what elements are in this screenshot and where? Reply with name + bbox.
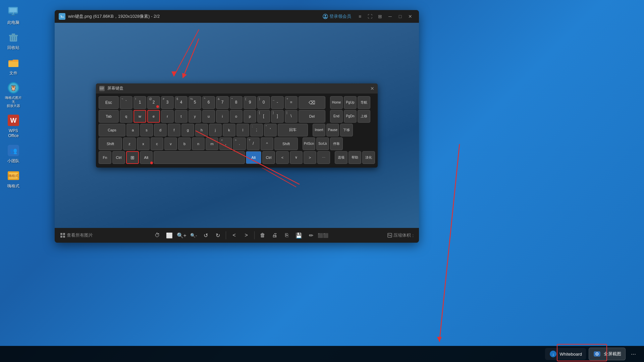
key-rbracket[interactable]: }]: [271, 110, 284, 123]
screenshot-taskbar-item[interactable]: 全屏截图: [589, 348, 626, 360]
key-q[interactable]: q: [120, 110, 132, 123]
key-c[interactable]: c: [151, 137, 163, 150]
key-l[interactable]: l: [236, 124, 249, 136]
key-tilde[interactable]: ~`: [120, 96, 132, 109]
key-left[interactable]: <: [276, 151, 289, 164]
pin-button[interactable]: ⊞: [375, 12, 385, 21]
key-pgup[interactable]: PgUp: [344, 96, 357, 109]
desktop-icon-wps[interactable]: W WPS Office: [2, 112, 25, 140]
rotate-left-button[interactable]: ↺: [200, 230, 211, 241]
whiteboard-taskbar-item[interactable]: ↓ Whiteboard: [545, 348, 586, 360]
key-z[interactable]: z: [123, 137, 136, 150]
key-ctrl-right[interactable]: Ctrl: [262, 151, 275, 164]
key-a[interactable]: a: [126, 124, 139, 136]
key-x[interactable]: x: [137, 137, 150, 150]
desktop-icon-imagezoom[interactable]: 🦉 嗨格式图片无损放大器: [2, 79, 25, 110]
key-down-move[interactable]: 下移: [340, 124, 353, 136]
key-options[interactable]: 选项: [335, 151, 347, 164]
key-0[interactable]: )0: [257, 96, 270, 109]
key-y[interactable]: y: [189, 110, 201, 123]
key-shift-right[interactable]: Shift: [274, 137, 298, 150]
key-ctrl-left[interactable]: Ctrl: [112, 151, 125, 164]
key-d[interactable]: d: [154, 124, 167, 136]
prev-button[interactable]: <: [229, 230, 239, 241]
minimize-button[interactable]: ─: [385, 12, 395, 21]
desktop-icon-computer[interactable]: 此电脑: [2, 3, 25, 27]
maximize-button[interactable]: □: [395, 12, 405, 21]
key-1[interactable]: !1: [133, 96, 146, 109]
key-k[interactable]: k: [223, 124, 235, 136]
key-nav[interactable]: 导航: [358, 96, 370, 109]
taskbar-more-button[interactable]: ···: [628, 349, 639, 359]
key-h[interactable]: h: [195, 124, 208, 136]
key-alt-right[interactable]: Alt: [246, 151, 261, 164]
key-comma[interactable]: <,: [219, 137, 232, 150]
key-help[interactable]: 帮助: [348, 151, 361, 164]
key-9[interactable]: (9: [244, 96, 256, 109]
key-equals[interactable]: +=: [285, 96, 298, 109]
key-prtscn[interactable]: PrtScn: [303, 137, 315, 150]
key-insert[interactable]: Insert: [313, 124, 325, 136]
rotate-right-button[interactable]: ↻: [212, 230, 223, 241]
key-b[interactable]: b: [178, 137, 191, 150]
key-home[interactable]: Home: [330, 96, 343, 109]
key-alt-left[interactable]: Alt: [140, 151, 153, 164]
desktop-icon-haige[interactable]: 嗨格式 嗨格式: [2, 167, 25, 190]
key-v[interactable]: v: [164, 137, 177, 150]
delete-button[interactable]: 🗑: [257, 230, 268, 241]
key-w[interactable]: w: [133, 110, 146, 123]
print-button[interactable]: 🖨: [269, 230, 280, 241]
key-del[interactable]: Del: [299, 110, 325, 123]
key-n[interactable]: n: [192, 137, 205, 150]
key-u[interactable]: u: [202, 110, 215, 123]
key-period[interactable]: >.: [233, 137, 246, 150]
key-lbracket[interactable]: {[: [257, 110, 270, 123]
key-t[interactable]: t: [175, 110, 187, 123]
osk-close-button[interactable]: ✕: [370, 86, 374, 91]
key-2[interactable]: @2: [147, 96, 160, 109]
desktop-icon-team[interactable]: 👥 小团队: [2, 142, 25, 165]
view-all-button[interactable]: 查看所有图片: [60, 232, 93, 238]
key-tab[interactable]: Tab: [99, 110, 119, 123]
key-esc[interactable]: Esc: [99, 96, 119, 109]
next-button[interactable]: >: [241, 230, 252, 241]
key-down[interactable]: ∨: [290, 151, 303, 164]
key-end[interactable]: End: [330, 110, 343, 123]
key-pause[interactable]: Pause: [326, 124, 339, 136]
edit-button[interactable]: ✏: [306, 230, 316, 241]
key-g[interactable]: g: [181, 124, 194, 136]
key-3[interactable]: #3: [161, 96, 174, 109]
key-fn2[interactable]: ⋯: [317, 151, 330, 164]
key-8[interactable]: *8: [230, 96, 243, 109]
key-slash[interactable]: ?/: [247, 137, 260, 150]
key-m[interactable]: m: [206, 137, 218, 150]
menu-button[interactable]: ≡: [355, 12, 365, 21]
key-r[interactable]: r: [161, 110, 174, 123]
key-p[interactable]: p: [244, 110, 256, 123]
key-caret[interactable]: ^: [261, 137, 273, 150]
key-pgdn[interactable]: PgDn: [344, 110, 357, 123]
compress-button[interactable]: 压缩体积 :: [387, 232, 414, 238]
key-s[interactable]: s: [140, 124, 153, 136]
save-as-button[interactable]: 💾: [293, 230, 304, 241]
key-e[interactable]: e: [147, 110, 160, 123]
key-right[interactable]: >: [304, 151, 316, 164]
zoom-in-button[interactable]: 🔍+: [176, 230, 187, 241]
key-dock[interactable]: 停靠: [330, 137, 343, 150]
color-button[interactable]: ⬛⬛: [318, 230, 328, 241]
timer-button[interactable]: ⏱: [152, 230, 163, 241]
key-caps[interactable]: Caps: [99, 124, 125, 136]
key-scrlk[interactable]: ScrLk: [316, 137, 329, 150]
key-fade[interactable]: 淡化: [362, 151, 375, 164]
desktop-icon-recycle[interactable]: 回收站: [2, 28, 25, 52]
key-4[interactable]: $4: [175, 96, 187, 109]
desktop-icon-folder[interactable]: 文件: [2, 54, 25, 77]
key-win[interactable]: ⊞: [126, 151, 139, 164]
key-7[interactable]: &7: [216, 96, 229, 109]
key-j[interactable]: j: [209, 124, 222, 136]
key-shift-left[interactable]: Shift: [99, 137, 122, 150]
key-backspace[interactable]: ⌫: [299, 96, 325, 109]
key-o[interactable]: o: [230, 110, 243, 123]
close-button[interactable]: ✕: [406, 12, 415, 21]
key-fn[interactable]: Fn: [99, 151, 111, 164]
